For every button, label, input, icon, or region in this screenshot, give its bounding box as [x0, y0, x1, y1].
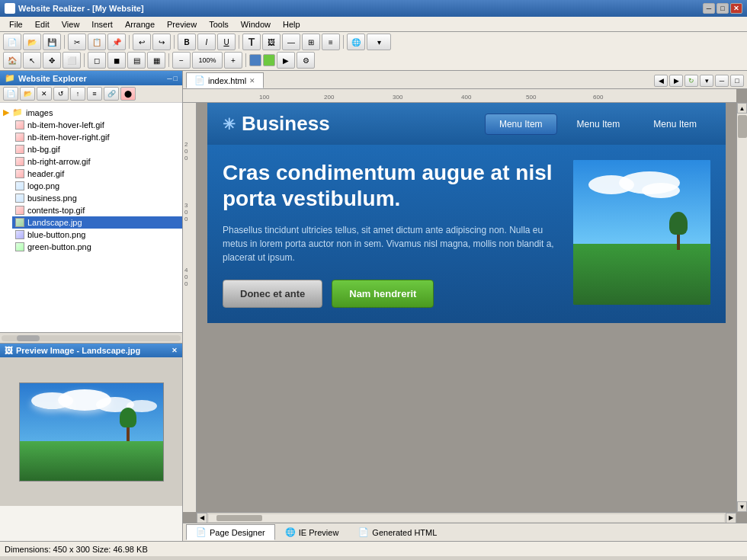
exp-delete[interactable]: ✕	[37, 87, 52, 101]
tb-style2[interactable]: ◼	[107, 52, 126, 69]
tree-scroll-thumb[interactable]	[17, 335, 40, 341]
tree-file-5[interactable]: logo.png	[12, 180, 182, 192]
tb-style4[interactable]: ▦	[147, 52, 165, 69]
tree-file-3[interactable]: nb-right-arrow.gif	[12, 155, 182, 168]
tb-color1[interactable]	[249, 54, 261, 66]
tab-index-html[interactable]: 📄 index.html ✕	[186, 72, 264, 88]
menu-file[interactable]: File	[3, 18, 29, 30]
tb-cut[interactable]: ✂	[68, 34, 86, 50]
tree-file-4[interactable]: header.gif	[12, 168, 182, 180]
tb-new[interactable]: 📄	[3, 34, 21, 50]
tb-style1[interactable]: ◻	[88, 52, 106, 69]
tb-style3[interactable]: ▤	[127, 52, 146, 69]
tree-scrollbar-h[interactable]	[0, 332, 182, 343]
tb-nav[interactable]: ≡	[322, 34, 340, 50]
scroll-up-btn[interactable]: ▲	[737, 103, 747, 114]
tb-italic[interactable]: I	[197, 34, 216, 50]
tb-paste[interactable]: 📌	[107, 34, 126, 50]
exp-up[interactable]: ↑	[70, 87, 85, 101]
tb-bold[interactable]: B	[178, 34, 196, 50]
sep6	[84, 53, 85, 67]
tab-refresh[interactable]: ↻	[684, 75, 698, 87]
close-button[interactable]: ✕	[730, 3, 742, 14]
tb-redo[interactable]: ↪	[152, 34, 171, 50]
scroll-down-btn[interactable]: ▼	[737, 501, 747, 512]
tab-min[interactable]: ─	[715, 75, 729, 87]
tb-select[interactable]: ↖	[23, 52, 41, 69]
tb-settings[interactable]: ⚙	[297, 52, 315, 69]
tb-zoom-out[interactable]: −	[172, 52, 191, 69]
tab-close-btn[interactable]: ✕	[249, 77, 255, 85]
scroll-left-btn[interactable]: ◀	[197, 513, 207, 523]
hero-btn-1[interactable]: Donec et ante	[223, 280, 322, 308]
tb-align[interactable]: ⬜	[63, 52, 81, 69]
nav-btn-1[interactable]: Menu Item	[563, 114, 634, 135]
tab-prev[interactable]: ◀	[654, 75, 668, 87]
menu-view[interactable]: View	[56, 18, 86, 30]
menu-edit[interactable]: Edit	[29, 18, 56, 30]
exp-link[interactable]: 🔗	[104, 87, 119, 101]
tree-file-9[interactable]: blue-button.png	[12, 229, 182, 241]
preview-panel: 🖼 Preview Image - Landscape.jpg ✕	[0, 343, 182, 541]
tab-page-designer[interactable]: 📄 Page Designer	[186, 524, 275, 540]
exp-new[interactable]: 📄	[3, 87, 18, 101]
tb-image[interactable]: 🖼	[262, 34, 281, 50]
explorer-min[interactable]: ─	[167, 75, 172, 82]
tb-copy[interactable]: 📋	[88, 34, 106, 50]
exp-open[interactable]: 📂	[20, 87, 35, 101]
explorer-max[interactable]: □	[174, 75, 178, 82]
tab-float[interactable]: □	[730, 75, 744, 87]
nav-btn-0[interactable]: Menu Item	[485, 114, 557, 135]
preview-close[interactable]: ✕	[172, 347, 178, 354]
tb-move[interactable]: ✥	[43, 52, 61, 69]
file-icon-1	[15, 133, 24, 142]
tree-file-7[interactable]: contents-top.gif	[12, 204, 182, 216]
tb-line[interactable]: —	[282, 34, 300, 50]
tb-publish-dropdown[interactable]: ▾	[367, 34, 391, 50]
tb-publish[interactable]: 🌐	[347, 34, 365, 50]
exp-stop[interactable]: ⬤	[120, 87, 136, 101]
menu-window[interactable]: Window	[235, 18, 277, 30]
tb-site[interactable]: 🏠	[3, 52, 21, 69]
menu-arrange[interactable]: Arrange	[119, 18, 161, 30]
scroll-v-thumb[interactable]	[738, 115, 747, 138]
tree-file-1[interactable]: nb-item-hover-right.gif	[12, 131, 182, 143]
tb-open[interactable]: 📂	[23, 34, 41, 50]
tree-file-2[interactable]: nb-bg.gif	[12, 143, 182, 155]
exp-view[interactable]: ≡	[87, 87, 102, 101]
exp-refresh[interactable]: ↺	[53, 87, 69, 101]
tab-generated-html[interactable]: 📄 Generated HTML	[348, 524, 447, 540]
tree-file-0[interactable]: nb-item-hover-left.gif	[12, 119, 182, 131]
scroll-right-btn[interactable]: ▶	[726, 513, 736, 523]
menu-insert[interactable]: Insert	[85, 18, 119, 30]
tb-color2[interactable]	[263, 54, 275, 66]
tb-save[interactable]: 💾	[43, 34, 61, 50]
scroll-h-thumb[interactable]	[216, 515, 262, 521]
menu-tools[interactable]: Tools	[203, 18, 235, 30]
tb-undo[interactable]: ↩	[133, 34, 151, 50]
tree-root-folder[interactable]: ▶ 📁 images	[0, 106, 182, 119]
tb-zoom-level[interactable]: 100%	[192, 52, 223, 69]
file-tree[interactable]: ▶ 📁 images nb-item-hover-left.gif nb-ite…	[0, 103, 182, 332]
tb-preview-btn[interactable]: ▶	[277, 52, 295, 69]
menu-preview[interactable]: Preview	[161, 18, 203, 30]
tab-ie-preview[interactable]: 🌐 IE Preview	[275, 524, 349, 540]
scrollbar-vertical[interactable]: ▲ ▼	[736, 103, 747, 512]
tree-file-10[interactable]: green-button.png	[12, 241, 182, 253]
tb-text[interactable]: T	[242, 34, 261, 50]
tab-menu[interactable]: ▾	[700, 75, 713, 87]
explorer-title: Website Explorer	[18, 74, 87, 83]
tree-file-6[interactable]: business.png	[12, 192, 182, 204]
generated-html-label: Generated HTML	[372, 528, 437, 537]
tb-underline[interactable]: U	[217, 34, 236, 50]
nav-btn-2[interactable]: Menu Item	[640, 114, 710, 135]
tb-table[interactable]: ⊞	[302, 34, 320, 50]
menu-help[interactable]: Help	[277, 18, 306, 30]
tab-next[interactable]: ▶	[669, 75, 683, 87]
minimize-button[interactable]: ─	[703, 3, 715, 14]
tb-zoom-in[interactable]: +	[224, 52, 242, 69]
scrollbar-horizontal[interactable]: ◀ ▶	[197, 512, 736, 523]
hero-btn-2[interactable]: Nam hendrerit	[332, 280, 434, 308]
tree-file-8[interactable]: Landscape.jpg	[12, 216, 182, 229]
maximize-button[interactable]: □	[717, 3, 729, 14]
